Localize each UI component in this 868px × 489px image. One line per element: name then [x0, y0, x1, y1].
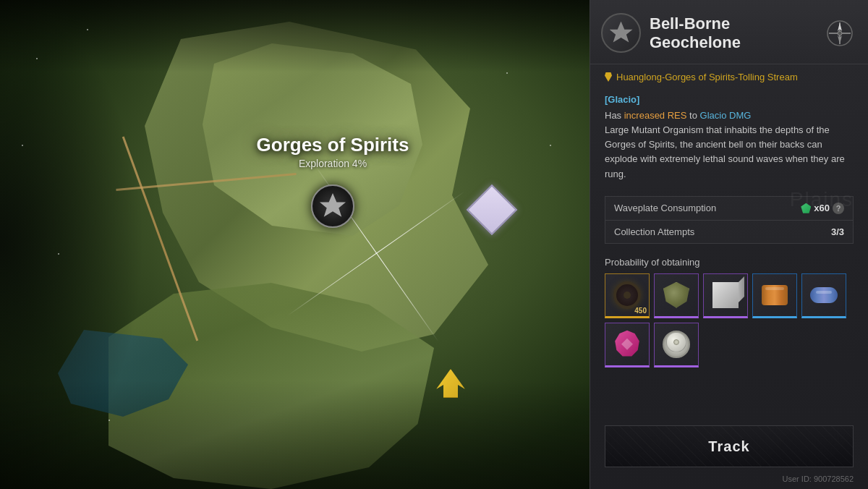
echo-center — [621, 339, 633, 350]
waveplate-row: Waveplate Consumption x60 ? — [605, 197, 853, 221]
location-label: Gorges of Spirits Exploration 4% — [257, 134, 409, 169]
echo-icon-inner — [612, 329, 642, 360]
panel-title-text: Bell-Borne Geochelone — [650, 14, 826, 51]
desc-body: Large Mutant Organism that inhabits the … — [605, 124, 845, 179]
track-bg-pattern — [605, 426, 853, 467]
stats-table: Waveplate Consumption x60 ? Collection A… — [605, 196, 854, 244]
item-slot-gear[interactable]: 450 — [605, 273, 650, 318]
item-slot-cube[interactable] — [703, 273, 748, 318]
star-6 — [506, 72, 508, 74]
waveplate-count: x60 — [814, 203, 830, 213]
description-text: Has increased RES to Glacio DMG Large Mu… — [605, 109, 854, 182]
dark-space-bottom — [0, 380, 590, 489]
probability-title: Probability of obtaining — [605, 257, 854, 268]
probability-section: Probability of obtaining 450 — [590, 250, 868, 373]
boss-icon-hex — [610, 22, 633, 45]
track-button-container: Track — [605, 425, 854, 467]
items-grid-row1: 450 — [605, 273, 854, 318]
star-5 — [109, 420, 110, 421]
location-info: Huanglong-Gorges of Spirits-Tolling Stre… — [590, 64, 868, 88]
cylinder-icon-shape — [762, 285, 788, 305]
boss-marker-bg — [311, 184, 354, 228]
gear-icon-shape — [613, 281, 641, 309]
collection-row: Collection Attempts 3/3 — [605, 221, 853, 243]
dark-space-top — [0, 0, 590, 72]
item-slot-leaf[interactable] — [654, 273, 699, 318]
location-pin-icon — [605, 72, 612, 82]
echo-icon-shape — [612, 329, 642, 360]
arrow-marker[interactable] — [436, 369, 465, 398]
help-icon[interactable]: ? — [833, 203, 844, 214]
panel-header: Bell-Borne Geochelone — [590, 0, 868, 64]
star-1 — [36, 58, 38, 59]
item-count-gear: 450 — [634, 307, 647, 315]
waveplate-value: x60 ? — [801, 203, 844, 214]
gem-icon — [801, 203, 811, 213]
panel-description: [Glacio] Has increased RES to Glacio DMG… — [590, 88, 868, 190]
compass-svg — [826, 20, 854, 47]
glacio-tag: [Glacio] — [605, 94, 854, 105]
tube-icon-shape — [810, 287, 838, 303]
item-slot-echo[interactable] — [605, 323, 650, 367]
shell-icon-shape — [663, 331, 690, 358]
desc-highlight2: Glacio DMG — [700, 110, 752, 121]
star-4 — [58, 253, 59, 255]
star-7 — [550, 145, 551, 146]
panel-section: Bell-Borne Geochelone Huanglong-Gorges o… — [590, 0, 868, 489]
shell-dot — [673, 339, 679, 345]
cube-icon-shape — [712, 282, 739, 308]
track-button[interactable]: Track — [605, 425, 854, 467]
leaf-icon-shape — [663, 282, 689, 308]
desc-highlight1: increased RES — [624, 110, 687, 121]
boss-marker-icon — [320, 193, 346, 219]
collection-value: 3/3 — [831, 226, 844, 237]
compass — [826, 20, 854, 47]
boss-icon-container — [601, 13, 641, 53]
item-slot-tube[interactable] — [801, 273, 846, 318]
waveplate-label: Waveplate Consumption — [614, 203, 801, 213]
arrow-inner — [436, 369, 465, 398]
boss-name: Bell-Borne Geochelone — [650, 14, 826, 51]
desc-part1: Has — [605, 110, 624, 121]
boss-marker[interactable] — [311, 184, 354, 228]
exploration-label: Exploration 4% — [257, 158, 409, 169]
location-name: Gorges of Spirits — [257, 134, 409, 156]
location-text: Huanglong-Gorges of Spirits-Tolling Stre… — [616, 72, 798, 82]
items-grid-row2 — [605, 323, 854, 367]
item-slot-cylinder[interactable] — [752, 273, 797, 318]
star-2 — [87, 29, 88, 30]
item-slot-shell[interactable] — [654, 323, 699, 367]
desc-part2: to — [686, 110, 699, 121]
map-section: Gorges of Spirits Exploration 4% — [0, 0, 590, 489]
collection-label: Collection Attempts — [614, 226, 831, 237]
svg-point-5 — [838, 31, 842, 35]
user-id: User ID: 900728562 — [783, 475, 854, 483]
star-3 — [22, 145, 23, 146]
crosshair — [268, 145, 485, 362]
shell-inner — [666, 332, 686, 352]
